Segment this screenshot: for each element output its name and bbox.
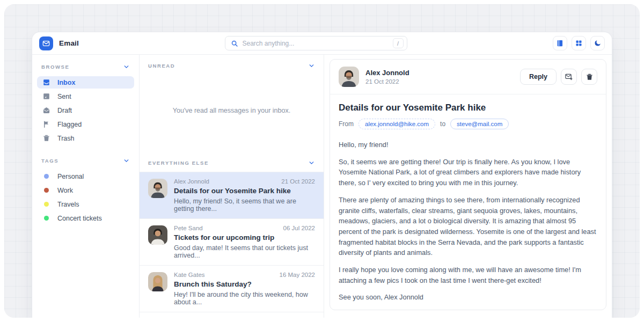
mail-list-item-pete[interactable]: Pete Sand 06 Jul 2022 Tickets for our up… xyxy=(140,218,324,265)
top-bar: Email / xyxy=(32,32,612,55)
email-app-window: Email / xyxy=(32,32,612,318)
unread-empty-message: You've read all messages in your inbox. xyxy=(140,70,324,151)
chevron-down-icon[interactable] xyxy=(308,159,315,166)
sidebar-item-sent[interactable]: Sent xyxy=(37,90,134,103)
unread-section-header[interactable]: UNREAD xyxy=(140,55,324,70)
sidebar-item-flagged[interactable]: Flagged xyxy=(37,118,134,130)
envelope-plus-icon xyxy=(565,72,573,81)
to-email-pill[interactable]: steve@mail.com xyxy=(450,119,509,129)
draft-icon xyxy=(42,106,50,114)
detail-subject-block: Details for our Yosemite Park hike From … xyxy=(330,94,606,129)
mail-item-subject: Tickets for our upcoming trip xyxy=(174,233,315,241)
tags-section: TAGS Personal Work xyxy=(37,155,134,224)
sidebar-item-label: Flagged xyxy=(57,121,82,128)
search-input[interactable] xyxy=(243,40,389,47)
tag-color-dot xyxy=(44,216,49,221)
mail-item-sender: Alex Jonnold xyxy=(174,178,209,185)
brand: Email xyxy=(39,36,79,50)
trash-icon xyxy=(586,73,594,81)
browse-section-header[interactable]: BROWSE xyxy=(37,61,134,75)
avatar-alex-jonnold xyxy=(339,67,359,87)
mail-item-sender: Kate Gates xyxy=(174,272,205,278)
mail-items: Alex Jonnold 21 Oct 2022 Details for our… xyxy=(140,172,324,312)
sent-icon xyxy=(42,92,50,100)
body-paragraph: I really hope you love coming along with… xyxy=(339,265,597,286)
mail-item-date: 16 May 2022 xyxy=(280,272,316,278)
detail-from-to-row: From alex.jonnold@hike.com to steve@mail… xyxy=(339,119,597,129)
tag-color-dot xyxy=(44,188,49,193)
sidebar-item-label: Trash xyxy=(57,135,75,142)
message-detail-card: Alex Jonnold 21 Oct 2022 Reply xyxy=(330,59,606,310)
sidebar-item-draft[interactable]: Draft xyxy=(37,104,134,116)
library-button[interactable] xyxy=(553,36,567,50)
top-actions xyxy=(553,36,605,50)
detail-header: Alex Jonnold 21 Oct 2022 Reply xyxy=(330,60,606,94)
search-icon xyxy=(231,40,238,47)
tag-item-personal[interactable]: Personal xyxy=(37,170,134,182)
tag-label: Personal xyxy=(57,173,84,180)
from-label: From xyxy=(339,120,354,128)
tags-section-header[interactable]: TAGS xyxy=(37,155,134,169)
message-list-column: UNREAD You've read all messages in your … xyxy=(140,55,324,318)
delete-button[interactable] xyxy=(581,69,597,85)
reply-button[interactable]: Reply xyxy=(520,69,557,85)
chevron-down-icon[interactable] xyxy=(308,62,315,69)
apps-grid-button[interactable] xyxy=(572,36,586,50)
page-background: Email / xyxy=(4,4,640,318)
message-detail-column: Alex Jonnold 21 Oct 2022 Reply xyxy=(324,55,612,318)
sidebar-item-trash[interactable]: Trash xyxy=(37,132,134,144)
search-shortcut-badge: / xyxy=(393,38,404,48)
mail-item-sender: Pete Sand xyxy=(174,225,203,231)
mail-item-date: 06 Jul 2022 xyxy=(283,225,315,231)
detail-body: Hello, my friend! So, it seems we are ge… xyxy=(330,129,606,303)
tag-color-dot xyxy=(44,174,49,179)
body-paragraph: See you soon, Alex Jonnold xyxy=(339,292,597,303)
mail-list-item-alex[interactable]: Alex Jonnold 21 Oct 2022 Details for our… xyxy=(140,172,324,218)
avatar-pete-sand xyxy=(148,225,167,245)
everything-else-label: EVERYTHING ELSE xyxy=(148,160,209,166)
to-label: to xyxy=(440,120,445,128)
grid-icon xyxy=(575,39,583,47)
app-title: Email xyxy=(59,39,79,47)
mail-item-subject: Brunch this Saturday? xyxy=(174,280,315,288)
tag-item-work[interactable]: Work xyxy=(37,184,134,196)
book-icon xyxy=(556,39,564,47)
tag-label: Work xyxy=(57,187,73,194)
detail-sender-name: Alex Jonnold xyxy=(365,69,409,77)
flag-icon xyxy=(42,120,50,128)
tag-item-travels[interactable]: Travels xyxy=(37,198,134,210)
tag-color-dot xyxy=(44,202,49,207)
tag-label: Travels xyxy=(57,201,79,208)
unread-label: UNREAD xyxy=(148,63,175,69)
dark-mode-button[interactable] xyxy=(590,36,605,50)
body-paragraph: There are plenty of amazing things to se… xyxy=(339,195,597,258)
mark-unread-button[interactable] xyxy=(561,69,577,85)
browse-label: BROWSE xyxy=(41,64,69,70)
chevron-down-icon[interactable] xyxy=(123,157,130,164)
mail-list-item-kate[interactable]: Kate Gates 16 May 2022 Brunch this Satur… xyxy=(140,265,324,312)
sidebar-item-inbox[interactable]: Inbox xyxy=(37,76,134,89)
detail-actions: Reply xyxy=(520,69,597,85)
search-bar[interactable]: / xyxy=(225,36,407,50)
trash-icon xyxy=(42,134,50,142)
mail-item-preview: Good day, mate! It seems that our ticket… xyxy=(174,244,315,259)
chevron-down-icon[interactable] xyxy=(123,63,130,70)
mail-item-subject: Details for our Yosemite Park hike xyxy=(174,187,315,195)
sidebar: BROWSE Inbox xyxy=(32,55,140,318)
avatar-alex-jonnold xyxy=(148,179,167,198)
tags-label: TAGS xyxy=(41,158,58,164)
avatar-kate-gates xyxy=(148,272,167,291)
mail-item-preview: Hey! I'll be around the city this weeken… xyxy=(174,291,315,306)
tag-label: Concert tickets xyxy=(57,215,102,222)
tag-item-concert-tickets[interactable]: Concert tickets xyxy=(37,212,134,224)
sidebar-item-label: Sent xyxy=(57,93,71,100)
sidebar-item-label: Draft xyxy=(57,107,72,114)
from-email-pill[interactable]: alex.jonnold@hike.com xyxy=(358,119,435,129)
email-logo-icon xyxy=(39,36,53,50)
mail-item-preview: Hello, my friend! So, it seems that we a… xyxy=(174,197,315,213)
browse-nav: Inbox Sent Draft xyxy=(37,76,134,144)
sidebar-item-label: Inbox xyxy=(57,79,75,86)
moon-icon xyxy=(594,39,602,47)
everything-else-section-header[interactable]: EVERYTHING ELSE xyxy=(140,151,324,172)
detail-sender-block: Alex Jonnold 21 Oct 2022 xyxy=(365,69,409,85)
